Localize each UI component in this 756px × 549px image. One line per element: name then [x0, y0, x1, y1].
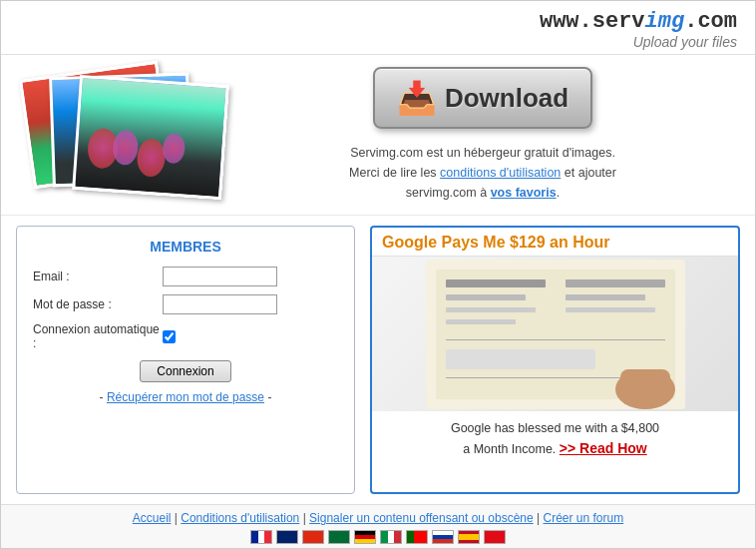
svg-rect-5 — [446, 319, 516, 324]
flag-turkey[interactable] — [484, 530, 506, 544]
ad-caption: Google has blessed me with a $4,800 a Mo… — [372, 411, 738, 467]
flag-spain[interactable] — [458, 530, 480, 544]
flag-china[interactable] — [302, 530, 324, 544]
logo-area: www.servimg.com Upload your files — [540, 9, 737, 50]
svg-rect-6 — [566, 279, 665, 287]
svg-rect-13 — [620, 369, 670, 394]
flag-saudi[interactable] — [328, 530, 350, 544]
conditions-link[interactable]: conditions d'utilisation — [440, 166, 561, 180]
info-text: Servimg.com est un hébergeur gratuit d'i… — [349, 143, 616, 203]
password-label: Mot de passe : — [33, 297, 163, 311]
download-button[interactable]: 📥 Download — [373, 67, 592, 129]
svg-rect-8 — [566, 307, 655, 312]
auto-checkbox[interactable] — [163, 330, 176, 343]
recover-link-area: - Récupérer mon mot de passe - — [33, 390, 338, 404]
main-container: www.servimg.com Upload your files — [0, 0, 756, 549]
ad-box: Google Pays Me $129 an Hour — [370, 226, 740, 494]
membres-box: MEMBRES Email : Mot de passe : Connexion… — [16, 226, 355, 494]
footer-links: Accueil | Conditions d'utilisation | Sig… — [11, 511, 745, 525]
password-row: Mot de passe : — [33, 294, 338, 314]
membres-title: MEMBRES — [33, 239, 338, 255]
footer-link-conditions[interactable]: Conditions d'utilisation — [181, 511, 299, 525]
site-logo: www.servimg.com — [540, 9, 737, 34]
site-tagline: Upload your files — [540, 34, 737, 50]
content-area: MEMBRES Email : Mot de passe : Connexion… — [1, 216, 755, 504]
svg-rect-7 — [566, 294, 645, 300]
download-label: Download — [445, 83, 568, 114]
svg-rect-4 — [446, 307, 536, 312]
recover-link[interactable]: Récupérer mon mot de passe — [107, 390, 264, 404]
download-icon: 📥 — [397, 79, 437, 117]
ad-title: Google Pays Me $129 an Hour — [372, 228, 738, 257]
flag-portugal[interactable] — [406, 530, 428, 544]
flag-italy[interactable] — [380, 530, 402, 544]
footer-link-signaler[interactable]: Signaler un contenu offensant ou obscène — [309, 511, 534, 525]
ad-check-svg — [426, 260, 685, 409]
header: www.servimg.com Upload your files — [1, 1, 755, 55]
footer: Accueil | Conditions d'utilisation | Sig… — [1, 504, 755, 548]
svg-rect-3 — [446, 294, 526, 300]
flag-uk[interactable] — [276, 530, 298, 544]
favoris-link[interactable]: vos favoris — [491, 186, 557, 200]
auto-connexion-row: Connexion automatique : — [33, 322, 338, 350]
read-how-link[interactable]: >> Read How — [560, 440, 647, 456]
footer-link-forum[interactable]: Créer un forum — [544, 511, 624, 525]
flag-russia[interactable] — [432, 530, 454, 544]
flags-row — [11, 530, 745, 544]
hero-section: 📥 Download Servimg.com est un hébergeur … — [1, 55, 755, 216]
auto-label: Connexion automatique : — [33, 322, 163, 350]
email-label: Email : — [33, 270, 163, 283]
email-input[interactable] — [163, 267, 277, 286]
password-input[interactable] — [163, 294, 277, 314]
footer-link-accueil[interactable]: Accueil — [133, 511, 172, 525]
photo-front — [72, 75, 229, 200]
flag-france[interactable] — [250, 530, 272, 544]
connexion-button[interactable]: Connexion — [140, 360, 230, 382]
svg-rect-9 — [446, 339, 665, 340]
svg-rect-10 — [446, 349, 595, 369]
ad-image — [372, 257, 738, 411]
flag-germany[interactable] — [354, 530, 376, 544]
email-row: Email : — [33, 267, 338, 286]
photo-stack — [21, 65, 240, 205]
svg-rect-2 — [446, 279, 546, 287]
